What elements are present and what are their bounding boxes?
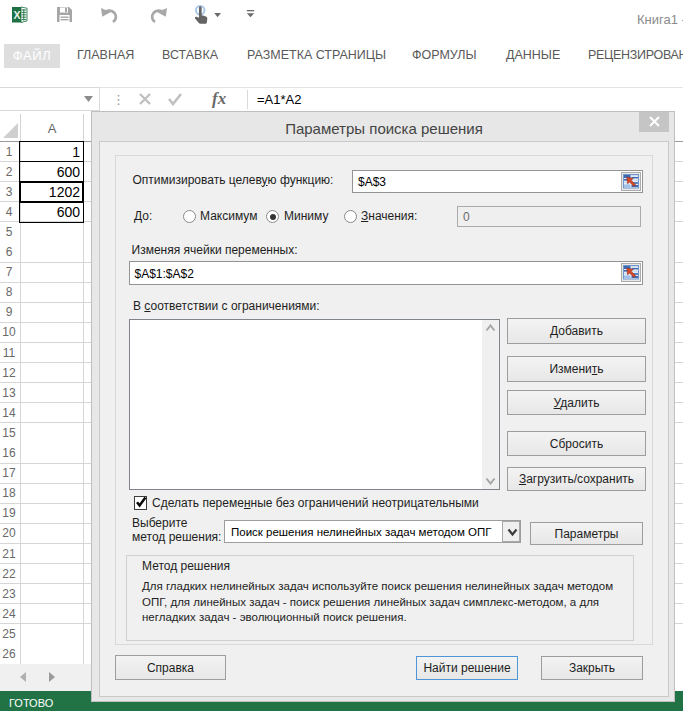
svg-text:X: X	[13, 9, 20, 21]
